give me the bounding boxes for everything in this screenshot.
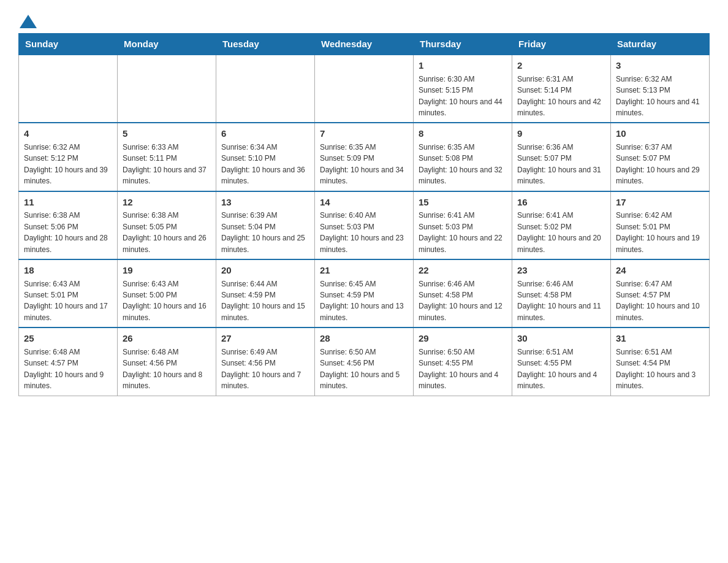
calendar-cell: 23Sunrise: 6:46 AMSunset: 4:58 PMDayligh… <box>512 259 611 327</box>
weekday-header-sunday: Sunday <box>19 34 118 55</box>
day-info: Sunrise: 6:51 AMSunset: 4:55 PMDaylight:… <box>517 348 597 390</box>
day-number: 24 <box>616 264 704 277</box>
calendar-cell: 6Sunrise: 6:34 AMSunset: 5:10 PMDaylight… <box>216 123 315 191</box>
day-number: 13 <box>221 196 309 209</box>
day-number: 16 <box>517 196 605 209</box>
day-info: Sunrise: 6:39 AMSunset: 5:04 PMDaylight:… <box>221 211 305 253</box>
calendar-cell: 18Sunrise: 6:43 AMSunset: 5:01 PMDayligh… <box>19 259 118 327</box>
day-number: 7 <box>320 127 408 140</box>
calendar-week-row: 25Sunrise: 6:48 AMSunset: 4:57 PMDayligh… <box>19 327 710 396</box>
day-number: 6 <box>221 127 309 140</box>
calendar-cell: 17Sunrise: 6:42 AMSunset: 5:01 PMDayligh… <box>611 191 710 259</box>
day-info: Sunrise: 6:51 AMSunset: 4:54 PMDaylight:… <box>616 348 696 390</box>
page-header <box>18 12 710 27</box>
calendar-cell: 5Sunrise: 6:33 AMSunset: 5:11 PMDaylight… <box>118 123 216 191</box>
day-info: Sunrise: 6:42 AMSunset: 5:01 PMDaylight:… <box>616 211 700 253</box>
calendar-cell: 9Sunrise: 6:36 AMSunset: 5:07 PMDaylight… <box>512 123 611 191</box>
day-info: Sunrise: 6:50 AMSunset: 4:56 PMDaylight:… <box>320 348 400 390</box>
day-number: 14 <box>320 196 408 209</box>
day-info: Sunrise: 6:37 AMSunset: 5:07 PMDaylight:… <box>616 143 700 185</box>
calendar-cell: 25Sunrise: 6:48 AMSunset: 4:57 PMDayligh… <box>19 327 118 396</box>
day-number: 1 <box>419 59 507 72</box>
calendar-cell: 3Sunrise: 6:32 AMSunset: 5:13 PMDaylight… <box>611 55 710 123</box>
day-number: 18 <box>24 264 112 277</box>
day-number: 27 <box>221 332 309 345</box>
day-info: Sunrise: 6:38 AMSunset: 5:05 PMDaylight:… <box>123 211 207 253</box>
day-number: 29 <box>419 332 507 345</box>
day-info: Sunrise: 6:32 AMSunset: 5:13 PMDaylight:… <box>616 75 700 117</box>
calendar-cell <box>216 55 315 123</box>
day-info: Sunrise: 6:34 AMSunset: 5:10 PMDaylight:… <box>221 143 305 185</box>
calendar-cell: 19Sunrise: 6:43 AMSunset: 5:00 PMDayligh… <box>118 259 216 327</box>
calendar-cell: 14Sunrise: 6:40 AMSunset: 5:03 PMDayligh… <box>315 191 414 259</box>
day-number: 25 <box>24 332 112 345</box>
day-info: Sunrise: 6:41 AMSunset: 5:03 PMDaylight:… <box>419 211 502 253</box>
calendar-cell: 4Sunrise: 6:32 AMSunset: 5:12 PMDaylight… <box>19 123 118 191</box>
logo <box>18 12 37 27</box>
day-number: 3 <box>616 59 704 72</box>
calendar-cell: 15Sunrise: 6:41 AMSunset: 5:03 PMDayligh… <box>414 191 512 259</box>
day-number: 31 <box>616 332 704 345</box>
day-number: 9 <box>517 127 605 140</box>
day-info: Sunrise: 6:30 AMSunset: 5:15 PMDaylight:… <box>419 75 502 117</box>
day-number: 19 <box>123 264 211 277</box>
calendar-cell: 30Sunrise: 6:51 AMSunset: 4:55 PMDayligh… <box>512 327 611 396</box>
day-info: Sunrise: 6:38 AMSunset: 5:06 PMDaylight:… <box>24 211 108 253</box>
logo-triangle-icon <box>20 15 37 28</box>
weekday-header-thursday: Thursday <box>414 34 512 55</box>
day-number: 8 <box>419 127 507 140</box>
calendar-cell: 12Sunrise: 6:38 AMSunset: 5:05 PMDayligh… <box>118 191 216 259</box>
calendar-cell <box>19 55 118 123</box>
day-info: Sunrise: 6:50 AMSunset: 4:55 PMDaylight:… <box>419 348 498 390</box>
day-number: 28 <box>320 332 408 345</box>
day-number: 11 <box>24 196 112 209</box>
day-info: Sunrise: 6:48 AMSunset: 4:56 PMDaylight:… <box>123 348 202 390</box>
day-info: Sunrise: 6:43 AMSunset: 5:01 PMDaylight:… <box>24 280 108 322</box>
calendar-cell: 10Sunrise: 6:37 AMSunset: 5:07 PMDayligh… <box>611 123 710 191</box>
calendar-cell: 22Sunrise: 6:46 AMSunset: 4:58 PMDayligh… <box>414 259 512 327</box>
calendar-cell: 13Sunrise: 6:39 AMSunset: 5:04 PMDayligh… <box>216 191 315 259</box>
weekday-header-friday: Friday <box>512 34 611 55</box>
day-info: Sunrise: 6:35 AMSunset: 5:08 PMDaylight:… <box>419 143 502 185</box>
calendar-cell: 16Sunrise: 6:41 AMSunset: 5:02 PMDayligh… <box>512 191 611 259</box>
day-info: Sunrise: 6:41 AMSunset: 5:02 PMDaylight:… <box>517 211 601 253</box>
day-info: Sunrise: 6:47 AMSunset: 4:57 PMDaylight:… <box>616 280 700 322</box>
weekday-header-monday: Monday <box>118 34 216 55</box>
day-info: Sunrise: 6:48 AMSunset: 4:57 PMDaylight:… <box>24 348 104 390</box>
weekday-header-saturday: Saturday <box>611 34 710 55</box>
calendar-week-row: 1Sunrise: 6:30 AMSunset: 5:15 PMDaylight… <box>19 55 710 123</box>
calendar-cell <box>118 55 216 123</box>
calendar-table: SundayMondayTuesdayWednesdayThursdayFrid… <box>18 33 710 396</box>
day-number: 2 <box>517 59 605 72</box>
day-info: Sunrise: 6:46 AMSunset: 4:58 PMDaylight:… <box>419 280 502 322</box>
day-info: Sunrise: 6:35 AMSunset: 5:09 PMDaylight:… <box>320 143 404 185</box>
day-number: 20 <box>221 264 309 277</box>
day-number: 5 <box>123 127 211 140</box>
calendar-cell: 28Sunrise: 6:50 AMSunset: 4:56 PMDayligh… <box>315 327 414 396</box>
calendar-header-row: SundayMondayTuesdayWednesdayThursdayFrid… <box>19 34 710 55</box>
day-number: 30 <box>517 332 605 345</box>
day-number: 21 <box>320 264 408 277</box>
calendar-cell: 29Sunrise: 6:50 AMSunset: 4:55 PMDayligh… <box>414 327 512 396</box>
day-info: Sunrise: 6:32 AMSunset: 5:12 PMDaylight:… <box>24 143 108 185</box>
day-info: Sunrise: 6:31 AMSunset: 5:14 PMDaylight:… <box>517 75 601 117</box>
calendar-cell: 31Sunrise: 6:51 AMSunset: 4:54 PMDayligh… <box>611 327 710 396</box>
day-info: Sunrise: 6:49 AMSunset: 4:56 PMDaylight:… <box>221 348 301 390</box>
day-info: Sunrise: 6:43 AMSunset: 5:00 PMDaylight:… <box>123 280 207 322</box>
calendar-cell <box>315 55 414 123</box>
day-info: Sunrise: 6:44 AMSunset: 4:59 PMDaylight:… <box>221 280 305 322</box>
day-number: 4 <box>24 127 112 140</box>
day-number: 12 <box>123 196 211 209</box>
calendar-week-row: 18Sunrise: 6:43 AMSunset: 5:01 PMDayligh… <box>19 259 710 327</box>
calendar-cell: 20Sunrise: 6:44 AMSunset: 4:59 PMDayligh… <box>216 259 315 327</box>
day-number: 17 <box>616 196 704 209</box>
calendar-week-row: 4Sunrise: 6:32 AMSunset: 5:12 PMDaylight… <box>19 123 710 191</box>
weekday-header-tuesday: Tuesday <box>216 34 315 55</box>
day-number: 10 <box>616 127 704 140</box>
calendar-cell: 24Sunrise: 6:47 AMSunset: 4:57 PMDayligh… <box>611 259 710 327</box>
calendar-cell: 7Sunrise: 6:35 AMSunset: 5:09 PMDaylight… <box>315 123 414 191</box>
calendar-cell: 27Sunrise: 6:49 AMSunset: 4:56 PMDayligh… <box>216 327 315 396</box>
day-number: 15 <box>419 196 507 209</box>
day-number: 22 <box>419 264 507 277</box>
calendar-cell: 11Sunrise: 6:38 AMSunset: 5:06 PMDayligh… <box>19 191 118 259</box>
